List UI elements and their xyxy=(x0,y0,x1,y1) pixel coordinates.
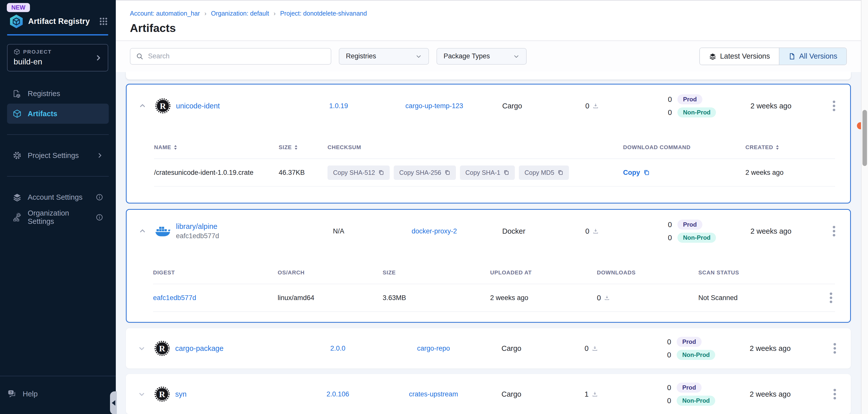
kebab-menu-icon[interactable] xyxy=(831,386,839,402)
app-switcher-grid-icon[interactable] xyxy=(99,16,108,26)
version-view-toggle: Latest Versions All Versions xyxy=(699,47,847,65)
created-date: 2 weeks ago xyxy=(738,344,824,353)
registries-dropdown[interactable]: Registries xyxy=(339,48,429,65)
sidebar-item-label: Help xyxy=(23,390,38,398)
artifact-name-link[interactable]: library/alpine xyxy=(176,222,219,231)
artifact-card-cargo-package: R cargo-package 2.0.0 cargo-repo Cargo 0 xyxy=(126,328,851,369)
svg-text:R: R xyxy=(159,344,165,353)
artifact-row[interactable]: R cargo-package 2.0.0 cargo-repo Cargo 0 xyxy=(126,328,851,369)
artifact-version-link[interactable]: 2.0.0 xyxy=(330,345,345,352)
column-size: SIZE xyxy=(383,269,396,276)
artifact-name-link[interactable]: syn xyxy=(175,390,187,399)
project-selector[interactable]: PROJECT build-en xyxy=(7,44,108,71)
copy-sha512-button[interactable]: Copy SHA-512 xyxy=(328,166,390,180)
artifact-name-link[interactable]: cargo-package xyxy=(175,344,223,353)
artifact-row[interactable]: R unicode-ident 1.0.19 cargo-up-temp-123… xyxy=(127,84,850,127)
scrollbar-thumb[interactable] xyxy=(863,110,867,166)
copy-sha1-button[interactable]: Copy SHA-1 xyxy=(460,166,515,180)
layers-icon xyxy=(709,53,716,60)
os-arch: linux/amd64 xyxy=(278,294,383,302)
docker-manifest-table: DIGEST OS/ARCH SIZE UPLOADED AT DOWNLOAD… xyxy=(127,252,850,322)
checksum-buttons: Copy SHA-512 Copy SHA-256 Copy SHA-1 Cop… xyxy=(328,166,623,180)
column-uploaded-at: UPLOADED AT xyxy=(490,269,532,276)
digest-link[interactable]: eafc1edb577d xyxy=(153,294,278,302)
artifacts-cube-icon xyxy=(12,109,22,118)
kebab-menu-icon[interactable] xyxy=(830,223,838,239)
breadcrumb-project[interactable]: Project: donotdelete-shivanand xyxy=(280,10,367,17)
chevron-down-icon[interactable] xyxy=(138,390,154,398)
artifact-list: R unicode-ident 1.0.19 cargo-up-temp-123… xyxy=(116,72,861,414)
chevron-down-icon[interactable] xyxy=(138,345,154,352)
latest-versions-button[interactable]: Latest Versions xyxy=(700,48,779,65)
sidebar-item-artifacts[interactable]: Artifacts xyxy=(7,104,109,124)
breadcrumb-organization[interactable]: Organization: default xyxy=(211,10,269,17)
sort-icon[interactable] xyxy=(776,145,779,150)
sidebar-item-project-settings[interactable]: Project Settings xyxy=(7,145,109,166)
scrollbar-track[interactable] xyxy=(861,0,868,414)
breadcrumb-account[interactable]: Account: automation_har xyxy=(130,10,200,17)
column-checksum: CHECKSUM xyxy=(328,144,361,151)
nonprod-count: 0 xyxy=(668,108,672,117)
package-type: Cargo xyxy=(496,344,575,353)
prod-badge: Prod xyxy=(677,383,702,392)
artifact-version-link[interactable]: 1.0.19 xyxy=(329,102,348,110)
sidebar-item-label: Artifacts xyxy=(28,110,57,118)
all-versions-button[interactable]: All Versions xyxy=(779,48,846,65)
download-count: 0 xyxy=(585,102,589,110)
sidebar-item-organization-settings[interactable]: Organization Settings xyxy=(7,207,109,228)
sort-icon[interactable] xyxy=(174,145,177,150)
column-os-arch: OS/ARCH xyxy=(278,269,305,276)
copy-md5-button[interactable]: Copy MD5 xyxy=(519,166,569,180)
info-icon[interactable] xyxy=(96,194,103,201)
kebab-menu-icon[interactable] xyxy=(831,340,839,356)
download-icon xyxy=(592,228,599,234)
sidebar-item-account-settings[interactable]: Account Settings xyxy=(7,187,109,207)
artifact-row[interactable]: library/alpine eafc1edb577d N/A docker-p… xyxy=(127,210,850,252)
artifact-registry-link[interactable]: crates-upstream xyxy=(409,390,458,398)
artifact-name-link[interactable]: unicode-ident xyxy=(176,102,220,110)
artifact-registry-link[interactable]: docker-proxy-2 xyxy=(412,228,457,235)
artifact-card-partial[interactable] xyxy=(126,72,851,79)
chevron-up-icon[interactable] xyxy=(139,228,155,235)
prod-count: 0 xyxy=(668,95,672,104)
artifact-registry-link[interactable]: cargo-repo xyxy=(417,345,450,352)
nonprod-badge: Non-Prod xyxy=(677,395,715,406)
chevron-up-icon[interactable] xyxy=(139,102,155,110)
column-download-command: DOWNLOAD COMMAND xyxy=(623,144,690,151)
sidebar-item-help[interactable]: ? Help xyxy=(7,384,109,404)
sidebar-item-label: Registries xyxy=(28,90,60,98)
copy-sha256-button[interactable]: Copy SHA-256 xyxy=(394,166,456,180)
chevron-right-icon xyxy=(94,54,102,62)
created-date: 2 weeks ago xyxy=(739,102,825,110)
module-accent-bar xyxy=(7,34,108,35)
project-cube-icon xyxy=(13,48,20,55)
gear-icon xyxy=(12,151,22,160)
sort-icon[interactable] xyxy=(294,145,298,150)
copy-download-command-button[interactable]: Copy xyxy=(623,169,745,177)
latest-versions-label: Latest Versions xyxy=(720,52,770,60)
info-icon[interactable] xyxy=(96,213,103,221)
artifact-version-link[interactable]: 2.0.106 xyxy=(327,390,349,398)
kebab-menu-icon[interactable] xyxy=(827,290,835,306)
kebab-menu-icon[interactable] xyxy=(830,98,838,114)
created-date: 2 weeks ago xyxy=(739,227,825,235)
sidebar-collapse-handle[interactable] xyxy=(110,391,117,414)
sidebar-item-registries[interactable]: Registries xyxy=(7,83,109,104)
sidebar-item-label: Account Settings xyxy=(28,193,83,202)
artifact-registry-link[interactable]: cargo-up-temp-123 xyxy=(405,102,463,110)
files-table-header: NAME SIZE CHECKSUM DOWNLOAD COMMAND CREA… xyxy=(154,136,835,159)
search-icon xyxy=(136,53,144,60)
package-type: Cargo xyxy=(497,102,575,110)
artifact-card-syn: R syn 2.0.106 crates-upstream Cargo 1 xyxy=(126,374,851,414)
project-label: PROJECT xyxy=(23,49,52,55)
filter-bar: Registries Package Types Latest Versions xyxy=(116,41,861,71)
file-size: 46.37KB xyxy=(279,169,328,177)
artifact-row[interactable]: R syn 2.0.106 crates-upstream Cargo 1 xyxy=(126,374,851,414)
prod-count: 0 xyxy=(667,338,671,346)
prod-badge: Prod xyxy=(677,337,702,347)
search-input[interactable] xyxy=(148,52,325,60)
svg-text:R: R xyxy=(160,101,166,111)
package-types-dropdown[interactable]: Package Types xyxy=(436,48,527,65)
docker-icon xyxy=(155,225,171,238)
nonprod-count: 0 xyxy=(667,351,671,359)
